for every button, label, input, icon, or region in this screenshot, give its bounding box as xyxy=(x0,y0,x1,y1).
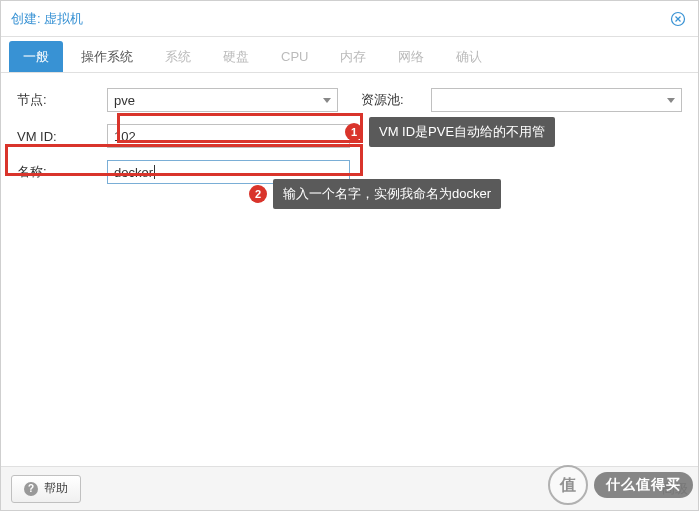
tab-confirm: 确认 xyxy=(442,41,496,72)
tab-os[interactable]: 操作系统 xyxy=(67,41,147,72)
row-node-pool: 节点: pve 资源池: xyxy=(17,87,682,113)
pool-select[interactable] xyxy=(431,88,682,112)
form-content: 节点: pve 资源池: VM ID: 102 名称: docker 1 xyxy=(1,73,698,466)
text-cursor xyxy=(154,165,155,179)
title-bar: 创建: 虚拟机 xyxy=(1,1,698,37)
vmid-value: 102 xyxy=(114,129,136,144)
tab-general[interactable]: 一般 xyxy=(9,41,63,72)
badge-1: 1 xyxy=(345,123,363,141)
tab-bar: 一般 操作系统 系统 硬盘 CPU 内存 网络 确认 xyxy=(1,37,698,73)
callout-1: 1 VM ID是PVE自动给的不用管 xyxy=(345,117,555,147)
help-button[interactable]: ? 帮助 xyxy=(11,475,81,503)
help-label: 帮助 xyxy=(44,480,68,497)
name-value: docker xyxy=(114,165,153,180)
node-select[interactable]: pve xyxy=(107,88,338,112)
node-label: 节点: xyxy=(17,91,107,109)
vmid-label: VM ID: xyxy=(17,129,107,144)
callout-2-text: 输入一个名字，实例我命名为docker xyxy=(273,179,501,209)
badge-2: 2 xyxy=(249,185,267,203)
watermark-circle: 值 xyxy=(548,465,588,505)
pool-label: 资源池: xyxy=(361,91,431,109)
tab-cpu: CPU xyxy=(267,41,322,72)
node-value: pve xyxy=(114,93,135,108)
tab-disk: 硬盘 xyxy=(209,41,263,72)
callout-1-text: VM ID是PVE自动给的不用管 xyxy=(369,117,555,147)
dialog-title: 创建: 虚拟机 xyxy=(11,10,668,28)
tab-network: 网络 xyxy=(384,41,438,72)
callout-2: 2 输入一个名字，实例我命名为docker xyxy=(249,179,501,209)
name-label: 名称: xyxy=(17,163,107,181)
tab-memory: 内存 xyxy=(326,41,380,72)
create-vm-dialog: 创建: 虚拟机 一般 操作系统 系统 硬盘 CPU 内存 网络 确认 节点: p… xyxy=(0,0,699,511)
watermark: 值 什么值得买 xyxy=(548,465,693,505)
tab-system: 系统 xyxy=(151,41,205,72)
vmid-input[interactable]: 102 xyxy=(107,124,350,148)
watermark-text: 什么值得买 xyxy=(594,472,693,498)
close-icon xyxy=(670,11,686,27)
close-button[interactable] xyxy=(668,9,688,29)
help-icon: ? xyxy=(24,482,38,496)
